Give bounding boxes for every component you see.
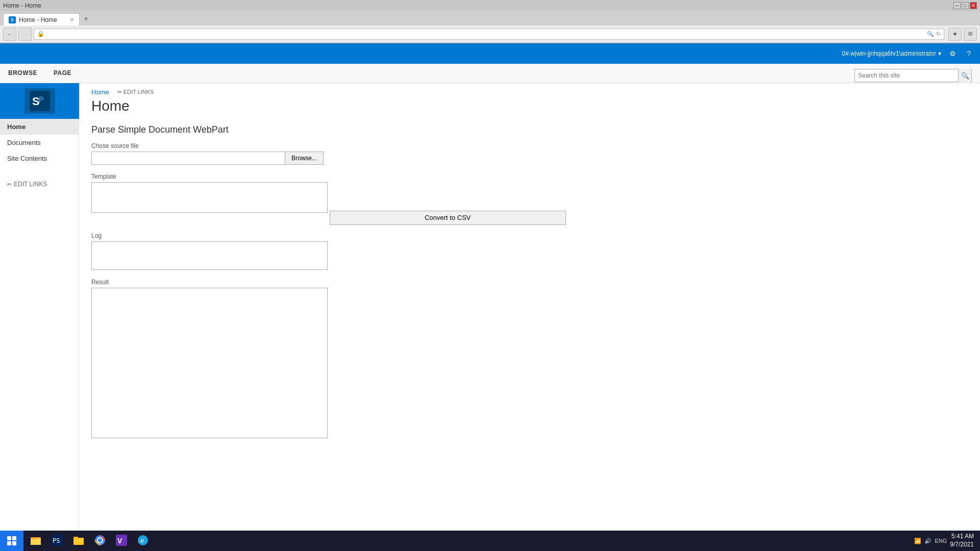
svg-rect-4 [12,536,16,540]
result-textarea[interactable] [91,288,328,438]
taskbar-date: 9/7/2021 [950,541,974,549]
taskbar-time: 5:41 AM [950,533,974,541]
svg-rect-8 [31,537,35,539]
address-bar: 🔒 http://win-jjnhqqa6tv1/SitePages/Home.… [34,29,944,40]
search-icon: 🔍 [927,31,934,37]
svg-rect-3 [7,536,11,540]
browser-chrome: Home - Home ─ □ ✕ S Home - Home ✕ + ← → … [0,0,980,43]
svg-rect-12 [74,537,78,539]
toolbar-extras: ★ ⚙ [948,28,977,41]
search-input[interactable] [855,72,958,79]
active-tab[interactable]: S Home - Home ✕ [3,13,80,26]
template-textarea[interactable] [91,182,328,213]
breadcrumb-edit-links[interactable]: ✏ EDIT LINKS [117,89,154,95]
ribbon-tabs: BROWSE PAGE [0,69,80,78]
window-controls: ─ □ ✕ [953,2,977,9]
taskbar-clock[interactable]: 5:41 AM 9/7/2021 [950,533,974,548]
language-label: ENG [935,538,947,544]
settings-button[interactable]: ⚙ [964,28,977,41]
main-content: Home ✏ EDIT LINKS Home Parse Simple Docu… [79,83,980,551]
folder-icon [73,535,84,546]
favorites-button[interactable]: ★ [948,28,962,41]
start-button[interactable] [0,531,23,551]
network-icon: 📶 [914,538,921,544]
log-textarea[interactable] [91,241,328,270]
nav-item-home[interactable]: Home [0,119,79,135]
sp-page: S P Home Documents Site Contents ✏ EDIT … [0,83,980,551]
source-file-input[interactable]: C:\dev\ParseSimpleDocumentWebPart\Amazon… [91,152,285,165]
tab-label: Home - Home [19,16,57,23]
tab-favicon: S [9,16,16,23]
browse-button[interactable]: Browse... [285,152,324,165]
pencil-small-icon: ✏ [117,89,122,95]
taskbar-app-visual-studio[interactable]: V [111,531,132,550]
ribbon-area: BROWSE PAGE ↗ SHARE ⟳ SYNC ✏ EDIT ⛶ [0,64,980,83]
breadcrumb-home-link[interactable]: Home [91,88,109,96]
maximize-button[interactable]: □ [962,2,969,9]
powershell-icon: PS [52,535,63,546]
svg-text:e: e [140,537,144,544]
file-explorer-icon [30,535,41,546]
back-button[interactable]: ← [3,28,16,41]
result-label: Result [91,279,968,286]
user-name: 0#.w|win-jjnhqqa6tv1\administrator [842,50,936,57]
windows-icon [7,536,16,545]
convert-button[interactable]: Convert to CSV [330,211,566,225]
search-box: 🔍 [854,69,972,82]
titlebar-left: Home - Home [3,2,41,9]
minimize-button[interactable]: ─ [953,2,961,9]
user-menu[interactable]: 0#.w|win-jjnhqqa6tv1\administrator ▾ [842,50,941,57]
taskbar-app-powershell[interactable]: PS [47,531,67,550]
question-icon[interactable]: ? [964,48,974,59]
ribbon-tab-browse[interactable]: BROWSE [0,69,45,78]
sp-header: 0#.w|win-jjnhqqa6tv1\administrator ▾ ⚙ ? [0,43,980,64]
new-tab-button[interactable]: + [80,12,92,26]
pencil-icon: ✏ [7,181,12,188]
edit-links-label: EDIT LINKS [14,181,47,188]
taskbar-app-file-explorer[interactable] [26,531,46,550]
nav-item-site-contents[interactable]: Site Contents [0,151,79,166]
browser-title: Home - Home [3,2,41,9]
taskbar-right: 📶 🔊 ENG 5:41 AM 9/7/2021 [908,533,980,548]
visual-studio-icon: V [116,535,127,546]
breadcrumb: Home ✏ EDIT LINKS [91,83,968,98]
forward-button[interactable]: → [18,28,32,41]
taskbar: PS V [0,531,980,551]
svg-rect-6 [12,541,16,545]
refresh-icon[interactable]: ↻ [936,31,941,37]
tab-bar: S Home - Home ✕ + [0,11,980,26]
taskbar-app-ie[interactable]: e [133,531,153,550]
browser-titlebar: Home - Home ─ □ ✕ [0,0,980,11]
svg-rect-11 [74,538,84,545]
svg-text:P: P [39,95,43,104]
user-dropdown-icon: ▾ [938,50,941,57]
template-label: Template [91,173,968,180]
sp-header-right: 0#.w|win-jjnhqqa6tv1\administrator ▾ ⚙ ? [842,48,974,59]
settings-icon[interactable]: ⚙ [947,48,958,59]
sp-logo-inner: S P [24,88,55,114]
browser-toolbar: ← → 🔒 http://win-jjnhqqa6tv1/SitePages/H… [0,26,980,43]
source-file-label: Chose source file [91,142,968,149]
svg-point-15 [98,538,102,542]
lock-icon: 🔒 [37,31,44,37]
search-button[interactable]: 🔍 [958,69,971,82]
ribbon-tab-page[interactable]: PAGE [45,69,80,78]
breadcrumb-edit-label: EDIT LINKS [124,89,154,95]
source-file-row: C:\dev\ParseSimpleDocumentWebPart\Amazon… [91,152,968,165]
sharepoint-logo-icon: S P [30,91,50,111]
nav-edit-links[interactable]: ✏ EDIT LINKS [0,177,79,192]
ie-icon: e [137,535,149,546]
svg-text:V: V [117,537,122,545]
url-input[interactable]: http://win-jjnhqqa6tv1/SitePages/Home.as… [46,31,925,38]
taskbar-app-folder[interactable] [68,531,89,550]
taskbar-app-chrome[interactable] [90,531,110,550]
close-button[interactable]: ✕ [970,2,977,9]
volume-icon: 🔊 [924,538,932,544]
tab-close-button[interactable]: ✕ [70,17,74,22]
svg-text:PS: PS [53,537,60,544]
search-magnifier-icon: 🔍 [961,72,969,80]
left-nav: S P Home Documents Site Contents ✏ EDIT … [0,83,79,551]
nav-item-documents[interactable]: Documents [0,135,79,151]
taskbar-apps: PS V [23,531,155,550]
chrome-icon [94,535,106,546]
